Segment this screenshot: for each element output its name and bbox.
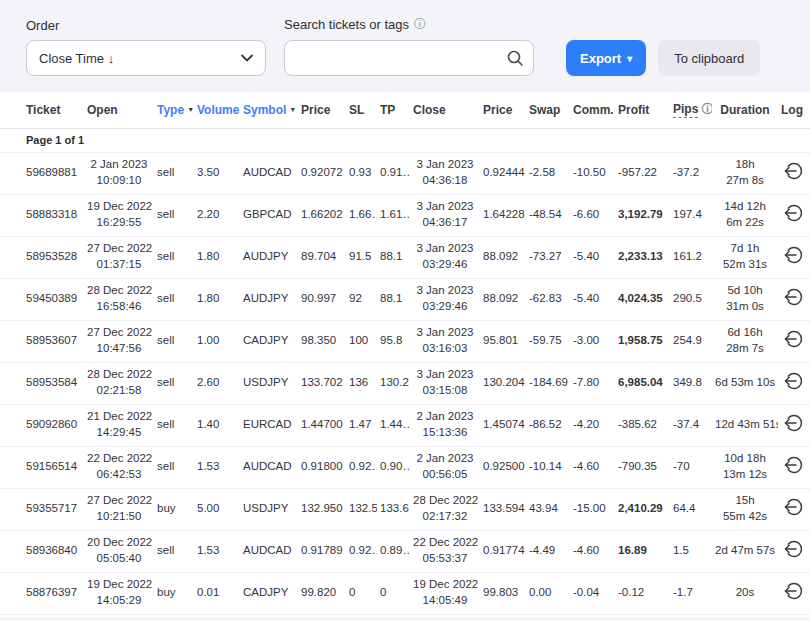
log-icon[interactable] (783, 412, 805, 434)
log-icon[interactable] (783, 580, 805, 602)
open-time: 10:21:50 (87, 509, 151, 525)
log-icon[interactable] (783, 370, 805, 392)
open-time: 06:42:53 (87, 467, 151, 483)
cell-price: 99.820 (298, 572, 346, 614)
log-icon[interactable] (783, 244, 805, 266)
close-date: 3 Jan 2023 (413, 241, 477, 257)
log-icon[interactable] (783, 286, 805, 308)
cell-ticket: 59450389 (0, 278, 84, 320)
cell-volume: 3.50 (194, 152, 240, 194)
cell-swap: -4.49 (526, 530, 570, 572)
search-box (284, 40, 534, 76)
cell-tp: 133.6 (377, 488, 410, 530)
search-input[interactable] (284, 40, 534, 76)
cell-close: 28 Dec 202202:17:32 (410, 488, 480, 530)
cell-duration: 5d 10h31m 0s (712, 278, 778, 320)
col-header-symbol[interactable]: Symbol▼ (240, 92, 298, 128)
cell-symbol: USDJPY (240, 488, 298, 530)
close-date: 3 Jan 2023 (413, 283, 477, 299)
cell-profit: -0.12 (615, 572, 670, 614)
cell-comm: -4.60 (570, 446, 615, 488)
export-caret-icon: ▾ (627, 53, 632, 64)
cell-comm: -6.60 (570, 194, 615, 236)
open-time: 14:29:45 (87, 425, 151, 441)
col-header-profit: Profit (615, 92, 670, 128)
cell-close: 3 Jan 202304:36:18 (410, 152, 480, 194)
log-icon[interactable] (783, 160, 805, 182)
cell-comm: -7.80 (570, 362, 615, 404)
cell-sl: 100 (346, 320, 377, 362)
cell-duration: 12d 43m 51s (712, 404, 778, 446)
cell-swap: -10.14 (526, 446, 570, 488)
close-date: 3 Jan 2023 (413, 367, 477, 383)
duration-line2: 52m 31s (715, 257, 775, 273)
duration-line1: 18h (715, 157, 775, 173)
cell-close-price: 0.92444 (480, 152, 526, 194)
log-icon[interactable] (783, 454, 805, 476)
cell-swap: -184.69 (526, 362, 570, 404)
clipboard-button[interactable]: To clipboard (658, 40, 760, 76)
cell-price: 90.997 (298, 278, 346, 320)
open-date: 27 Dec 2022 (87, 241, 151, 257)
duration-line1: 7d 1h (715, 241, 775, 257)
col-header-type-label: Type (157, 103, 184, 117)
cell-pips: -1.7 (670, 572, 712, 614)
log-icon[interactable] (783, 496, 805, 518)
cell-ticket: 59156514 (0, 446, 84, 488)
trades-table: Ticket Open Type▼ Volume▼ Symbol▼ Price … (0, 92, 810, 615)
cell-swap: 43.94 (526, 488, 570, 530)
cell-close: 3 Jan 202304:36:17 (410, 194, 480, 236)
filter-icon: ▼ (187, 106, 194, 113)
table-row: 59092860 21 Dec 202214:29:45 sell 1.40 E… (0, 404, 810, 446)
cell-type: sell (154, 530, 194, 572)
cell-volume: 1.80 (194, 278, 240, 320)
cell-pips: 254.9 (670, 320, 712, 362)
duration-line2: 6m 22s (715, 215, 775, 231)
table-row: 58953607 27 Dec 202210:47:56 sell 1.00 C… (0, 320, 810, 362)
cell-open: 21 Dec 202214:29:45 (84, 404, 154, 446)
col-header-type[interactable]: Type▼ (154, 92, 194, 128)
col-header-volume[interactable]: Volume▼ (194, 92, 240, 128)
log-icon[interactable] (783, 538, 805, 560)
cell-close: 3 Jan 202303:15:08 (410, 362, 480, 404)
duration-line2: 28m 7s (715, 341, 775, 357)
cell-type: sell (154, 404, 194, 446)
cell-symbol: AUDCAD (240, 152, 298, 194)
cell-type: sell (154, 194, 194, 236)
cell-profit: 6,985.04 (615, 362, 670, 404)
cell-volume: 1.40 (194, 404, 240, 446)
cell-tp: 95.8 (377, 320, 410, 362)
open-date: 2 Jan 2023 (87, 157, 151, 173)
close-time: 00:56:05 (413, 467, 477, 483)
open-time: 10:09:10 (87, 173, 151, 189)
cell-symbol: CADJPY (240, 572, 298, 614)
cell-log (778, 152, 810, 194)
col-header-symbol-label: Symbol (243, 103, 286, 117)
cell-log (778, 530, 810, 572)
cell-sl: 1.47 (346, 404, 377, 446)
cell-comm: -5.40 (570, 278, 615, 320)
cell-profit: 3,192.79 (615, 194, 670, 236)
cell-log (778, 446, 810, 488)
export-button-label: Export (580, 51, 621, 66)
cell-volume: 1.53 (194, 530, 240, 572)
open-date: 28 Dec 2022 (87, 367, 151, 383)
cell-close: 2 Jan 202300:56:05 (410, 446, 480, 488)
order-select[interactable]: Close Time ↓ (26, 40, 266, 76)
open-time: 01:37:15 (87, 257, 151, 273)
cell-close: 3 Jan 202303:16:03 (410, 320, 480, 362)
cell-comm: -15.00 (570, 488, 615, 530)
export-button[interactable]: Export ▾ (566, 40, 646, 76)
cell-open: 28 Dec 202202:21:58 (84, 362, 154, 404)
toolbar: Order Close Time ↓ Search tickets or tag… (0, 0, 810, 92)
col-header-pips[interactable]: Pips ⓘ (670, 92, 712, 128)
log-icon[interactable] (783, 328, 805, 350)
table-row: 58953584 28 Dec 202202:21:58 sell 2.60 U… (0, 362, 810, 404)
cell-duration: 15h55m 42s (712, 488, 778, 530)
cell-pips: 349.8 (670, 362, 712, 404)
log-icon[interactable] (783, 202, 805, 224)
cell-comm: -0.04 (570, 572, 615, 614)
duration-line1: 6d 53m 10s (715, 375, 775, 391)
col-header-pips-label: Pips (673, 102, 698, 118)
cell-swap: -62.83 (526, 278, 570, 320)
